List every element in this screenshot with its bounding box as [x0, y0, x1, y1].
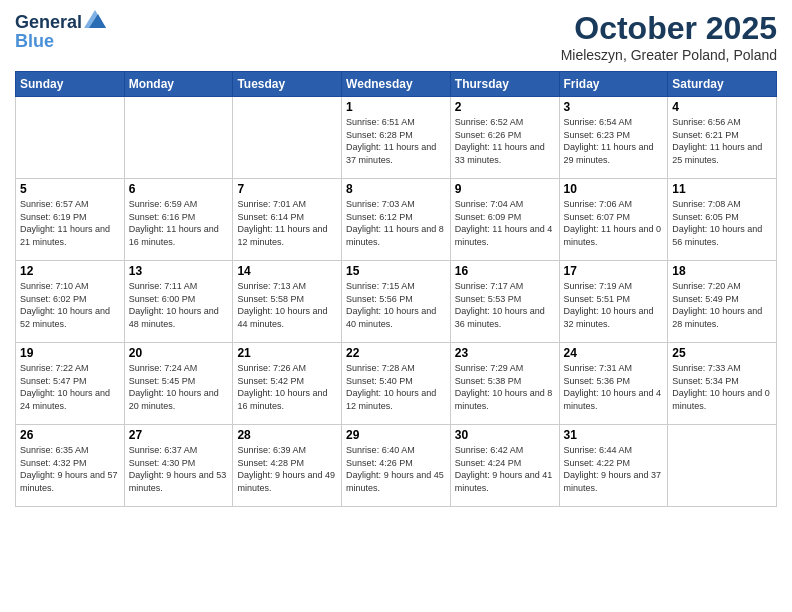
day-info-24: Sunrise: 7:31 AM Sunset: 5:36 PM Dayligh…: [564, 362, 664, 412]
calendar-cell-0-5: 3Sunrise: 6:54 AM Sunset: 6:23 PM Daylig…: [559, 97, 668, 179]
calendar-cell-3-6: 25Sunrise: 7:33 AM Sunset: 5:34 PM Dayli…: [668, 343, 777, 425]
day-number-24: 24: [564, 346, 664, 360]
header-saturday: Saturday: [668, 72, 777, 97]
calendar-cell-4-2: 28Sunrise: 6:39 AM Sunset: 4:28 PM Dayli…: [233, 425, 342, 507]
day-info-2: Sunrise: 6:52 AM Sunset: 6:26 PM Dayligh…: [455, 116, 555, 166]
header-sunday: Sunday: [16, 72, 125, 97]
calendar-cell-4-4: 30Sunrise: 6:42 AM Sunset: 4:24 PM Dayli…: [450, 425, 559, 507]
day-number-20: 20: [129, 346, 229, 360]
calendar-cell-0-1: [124, 97, 233, 179]
week-row-3: 19Sunrise: 7:22 AM Sunset: 5:47 PM Dayli…: [16, 343, 777, 425]
day-number-27: 27: [129, 428, 229, 442]
day-info-7: Sunrise: 7:01 AM Sunset: 6:14 PM Dayligh…: [237, 198, 337, 248]
day-number-12: 12: [20, 264, 120, 278]
day-info-9: Sunrise: 7:04 AM Sunset: 6:09 PM Dayligh…: [455, 198, 555, 248]
calendar-cell-0-0: [16, 97, 125, 179]
calendar-cell-2-5: 17Sunrise: 7:19 AM Sunset: 5:51 PM Dayli…: [559, 261, 668, 343]
day-info-5: Sunrise: 6:57 AM Sunset: 6:19 PM Dayligh…: [20, 198, 120, 248]
calendar-cell-3-4: 23Sunrise: 7:29 AM Sunset: 5:38 PM Dayli…: [450, 343, 559, 425]
calendar-cell-1-4: 9Sunrise: 7:04 AM Sunset: 6:09 PM Daylig…: [450, 179, 559, 261]
day-number-21: 21: [237, 346, 337, 360]
header-wednesday: Wednesday: [342, 72, 451, 97]
day-number-22: 22: [346, 346, 446, 360]
logo-text: General: [15, 10, 106, 33]
day-number-18: 18: [672, 264, 772, 278]
calendar-cell-1-0: 5Sunrise: 6:57 AM Sunset: 6:19 PM Daylig…: [16, 179, 125, 261]
day-info-23: Sunrise: 7:29 AM Sunset: 5:38 PM Dayligh…: [455, 362, 555, 412]
calendar-cell-4-1: 27Sunrise: 6:37 AM Sunset: 4:30 PM Dayli…: [124, 425, 233, 507]
day-info-19: Sunrise: 7:22 AM Sunset: 5:47 PM Dayligh…: [20, 362, 120, 412]
day-info-25: Sunrise: 7:33 AM Sunset: 5:34 PM Dayligh…: [672, 362, 772, 412]
location: Mieleszyn, Greater Poland, Poland: [561, 47, 777, 63]
day-info-29: Sunrise: 6:40 AM Sunset: 4:26 PM Dayligh…: [346, 444, 446, 494]
day-info-26: Sunrise: 6:35 AM Sunset: 4:32 PM Dayligh…: [20, 444, 120, 494]
day-number-13: 13: [129, 264, 229, 278]
day-info-13: Sunrise: 7:11 AM Sunset: 6:00 PM Dayligh…: [129, 280, 229, 330]
day-info-28: Sunrise: 6:39 AM Sunset: 4:28 PM Dayligh…: [237, 444, 337, 494]
calendar-cell-3-3: 22Sunrise: 7:28 AM Sunset: 5:40 PM Dayli…: [342, 343, 451, 425]
calendar-cell-1-3: 8Sunrise: 7:03 AM Sunset: 6:12 PM Daylig…: [342, 179, 451, 261]
day-info-21: Sunrise: 7:26 AM Sunset: 5:42 PM Dayligh…: [237, 362, 337, 412]
calendar-cell-2-4: 16Sunrise: 7:17 AM Sunset: 5:53 PM Dayli…: [450, 261, 559, 343]
calendar-cell-2-0: 12Sunrise: 7:10 AM Sunset: 6:02 PM Dayli…: [16, 261, 125, 343]
day-number-26: 26: [20, 428, 120, 442]
day-number-5: 5: [20, 182, 120, 196]
day-info-30: Sunrise: 6:42 AM Sunset: 4:24 PM Dayligh…: [455, 444, 555, 494]
week-row-4: 26Sunrise: 6:35 AM Sunset: 4:32 PM Dayli…: [16, 425, 777, 507]
week-row-2: 12Sunrise: 7:10 AM Sunset: 6:02 PM Dayli…: [16, 261, 777, 343]
calendar-cell-4-6: [668, 425, 777, 507]
day-number-11: 11: [672, 182, 772, 196]
calendar-cell-3-0: 19Sunrise: 7:22 AM Sunset: 5:47 PM Dayli…: [16, 343, 125, 425]
logo: General Blue: [15, 10, 106, 51]
day-info-16: Sunrise: 7:17 AM Sunset: 5:53 PM Dayligh…: [455, 280, 555, 330]
calendar-cell-1-5: 10Sunrise: 7:06 AM Sunset: 6:07 PM Dayli…: [559, 179, 668, 261]
calendar-cell-1-2: 7Sunrise: 7:01 AM Sunset: 6:14 PM Daylig…: [233, 179, 342, 261]
day-info-3: Sunrise: 6:54 AM Sunset: 6:23 PM Dayligh…: [564, 116, 664, 166]
calendar-cell-0-6: 4Sunrise: 6:56 AM Sunset: 6:21 PM Daylig…: [668, 97, 777, 179]
day-number-16: 16: [455, 264, 555, 278]
day-number-3: 3: [564, 100, 664, 114]
day-info-27: Sunrise: 6:37 AM Sunset: 4:30 PM Dayligh…: [129, 444, 229, 494]
day-number-8: 8: [346, 182, 446, 196]
day-number-15: 15: [346, 264, 446, 278]
day-number-4: 4: [672, 100, 772, 114]
calendar-cell-2-2: 14Sunrise: 7:13 AM Sunset: 5:58 PM Dayli…: [233, 261, 342, 343]
page-container: General Blue October 2025 Mieleszyn, Gre…: [0, 0, 792, 612]
calendar-cell-4-0: 26Sunrise: 6:35 AM Sunset: 4:32 PM Dayli…: [16, 425, 125, 507]
week-row-0: 1Sunrise: 6:51 AM Sunset: 6:28 PM Daylig…: [16, 97, 777, 179]
calendar-cell-0-2: [233, 97, 342, 179]
day-number-7: 7: [237, 182, 337, 196]
logo-icon: [84, 10, 106, 28]
header-tuesday: Tuesday: [233, 72, 342, 97]
calendar-cell-2-1: 13Sunrise: 7:11 AM Sunset: 6:00 PM Dayli…: [124, 261, 233, 343]
day-number-29: 29: [346, 428, 446, 442]
calendar-cell-0-3: 1Sunrise: 6:51 AM Sunset: 6:28 PM Daylig…: [342, 97, 451, 179]
day-number-9: 9: [455, 182, 555, 196]
day-info-6: Sunrise: 6:59 AM Sunset: 6:16 PM Dayligh…: [129, 198, 229, 248]
header: General Blue October 2025 Mieleszyn, Gre…: [15, 10, 777, 63]
logo-blue: Blue: [15, 31, 106, 52]
day-info-12: Sunrise: 7:10 AM Sunset: 6:02 PM Dayligh…: [20, 280, 120, 330]
header-friday: Friday: [559, 72, 668, 97]
calendar-cell-3-5: 24Sunrise: 7:31 AM Sunset: 5:36 PM Dayli…: [559, 343, 668, 425]
calendar-cell-0-4: 2Sunrise: 6:52 AM Sunset: 6:26 PM Daylig…: [450, 97, 559, 179]
calendar-cell-2-6: 18Sunrise: 7:20 AM Sunset: 5:49 PM Dayli…: [668, 261, 777, 343]
calendar-table: Sunday Monday Tuesday Wednesday Thursday…: [15, 71, 777, 507]
day-number-25: 25: [672, 346, 772, 360]
day-number-28: 28: [237, 428, 337, 442]
day-info-31: Sunrise: 6:44 AM Sunset: 4:22 PM Dayligh…: [564, 444, 664, 494]
month-title: October 2025: [561, 10, 777, 47]
calendar-cell-1-6: 11Sunrise: 7:08 AM Sunset: 6:05 PM Dayli…: [668, 179, 777, 261]
day-info-14: Sunrise: 7:13 AM Sunset: 5:58 PM Dayligh…: [237, 280, 337, 330]
day-number-31: 31: [564, 428, 664, 442]
weekday-header-row: Sunday Monday Tuesday Wednesday Thursday…: [16, 72, 777, 97]
day-number-30: 30: [455, 428, 555, 442]
day-info-20: Sunrise: 7:24 AM Sunset: 5:45 PM Dayligh…: [129, 362, 229, 412]
calendar-cell-2-3: 15Sunrise: 7:15 AM Sunset: 5:56 PM Dayli…: [342, 261, 451, 343]
day-number-1: 1: [346, 100, 446, 114]
day-info-11: Sunrise: 7:08 AM Sunset: 6:05 PM Dayligh…: [672, 198, 772, 248]
title-area: October 2025 Mieleszyn, Greater Poland, …: [561, 10, 777, 63]
day-info-1: Sunrise: 6:51 AM Sunset: 6:28 PM Dayligh…: [346, 116, 446, 166]
day-info-17: Sunrise: 7:19 AM Sunset: 5:51 PM Dayligh…: [564, 280, 664, 330]
day-number-14: 14: [237, 264, 337, 278]
